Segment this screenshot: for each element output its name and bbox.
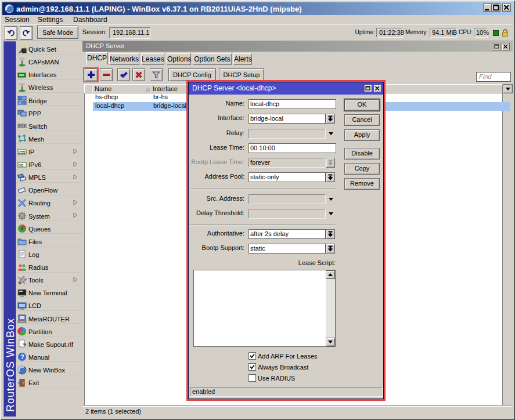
svg-text:?: ? xyxy=(20,353,24,360)
svg-text:v6: v6 xyxy=(19,163,24,167)
svg-text:255: 255 xyxy=(19,150,26,154)
